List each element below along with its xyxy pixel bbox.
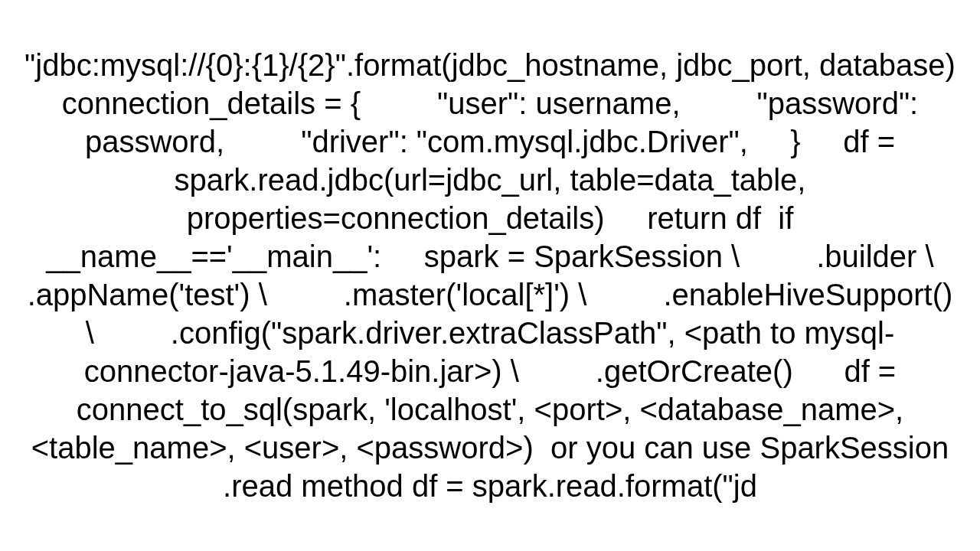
code-snippet-text: "jdbc:mysql://{0}:{1}/{2}".format(jdbc_h… bbox=[23, 46, 957, 505]
document-content: "jdbc:mysql://{0}:{1}/{2}".format(jdbc_h… bbox=[0, 0, 980, 551]
